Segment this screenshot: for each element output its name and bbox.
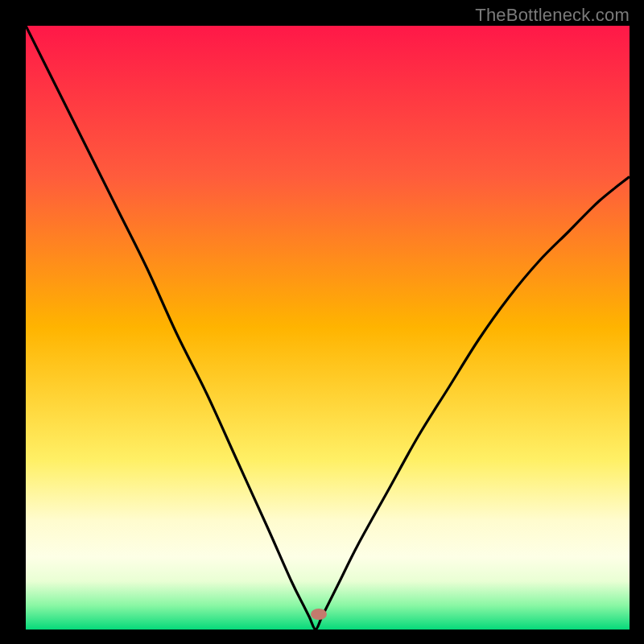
optimal-marker — [311, 609, 327, 620]
plot-area — [26, 26, 630, 630]
bottleneck-curve — [26, 26, 630, 630]
watermark-text: TheBottleneck.com — [475, 5, 630, 26]
chart-frame: TheBottleneck.com — [0, 0, 644, 644]
